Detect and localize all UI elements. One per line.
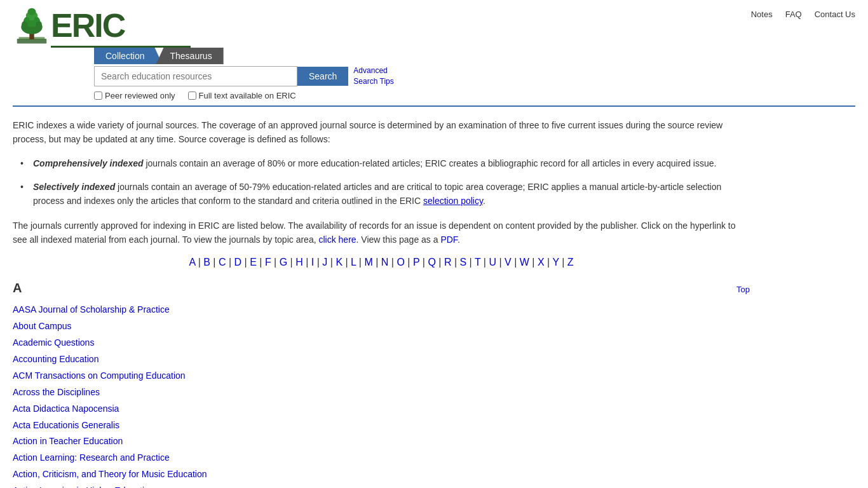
search-button[interactable]: Search <box>297 67 348 86</box>
alpha-link-q[interactable]: Q <box>428 257 435 268</box>
alpha-separator: | <box>419 257 428 268</box>
alpha-separator: | <box>559 257 567 268</box>
list-item: Academic Questions <box>13 335 750 351</box>
alpha-separator: | <box>405 257 413 268</box>
alpha-separator: | <box>257 257 265 268</box>
eric-wordmark: ERIC <box>51 7 125 44</box>
alpha-separator: | <box>241 257 250 268</box>
eric-tree-icon <box>13 6 51 48</box>
journal-link[interactable]: Accounting Education <box>13 354 98 364</box>
selection-policy-link[interactable]: selection policy <box>423 196 483 206</box>
alpha-link-f[interactable]: F <box>265 257 271 268</box>
alpha-separator: | <box>512 257 520 268</box>
list-item: Across the Disciplines <box>13 384 750 401</box>
list-item: Acta Educationis Generalis <box>13 417 750 434</box>
alpha-link-d[interactable]: D <box>234 257 242 268</box>
svg-point-9 <box>25 17 29 22</box>
alpha-link-p[interactable]: P <box>413 257 419 268</box>
filter-row: Peer reviewed only Full text available o… <box>94 91 855 100</box>
alphabet-navigation: A | B | C | D | E | F | G | H | I | J | … <box>13 257 750 268</box>
alpha-link-x[interactable]: X <box>538 257 545 268</box>
alpha-link-a[interactable]: A <box>189 257 195 268</box>
alpha-link-m[interactable]: M <box>364 257 372 268</box>
alpha-link-r[interactable]: R <box>444 257 452 268</box>
alpha-separator: | <box>271 257 280 268</box>
peer-reviewed-filter[interactable]: Peer reviewed only <box>94 91 175 100</box>
list-item: Action, Criticism, and Theory for Music … <box>13 466 750 483</box>
alpha-separator: | <box>388 257 397 268</box>
journals-intro-paragraph: The journals currently approved for inde… <box>13 219 750 247</box>
alpha-separator: | <box>314 257 322 268</box>
alpha-link-u[interactable]: U <box>489 257 496 268</box>
full-text-checkbox[interactable] <box>188 92 196 100</box>
contact-link[interactable]: Contact Us <box>815 10 855 19</box>
peer-reviewed-checkbox[interactable] <box>94 92 102 100</box>
alpha-link-k[interactable]: K <box>336 257 342 268</box>
alpha-link-s[interactable]: S <box>459 257 466 268</box>
journal-link[interactable]: AASA Journal of Scholarship & Practice <box>13 304 170 315</box>
alpha-link-n[interactable]: N <box>381 257 389 268</box>
svg-point-8 <box>36 21 42 27</box>
full-text-filter[interactable]: Full text available on ERIC <box>188 91 296 100</box>
journal-link[interactable]: Across the Disciplines <box>13 387 100 397</box>
tab-thesaurus[interactable]: Thesaurus <box>156 48 223 64</box>
svg-point-10 <box>34 17 39 22</box>
advanced-search-link[interactable]: Advanced <box>353 65 393 76</box>
alpha-separator: | <box>226 257 234 268</box>
alpha-separator: | <box>327 257 336 268</box>
alpha-separator: | <box>496 257 505 268</box>
alpha-link-b[interactable]: B <box>203 257 210 268</box>
list-item: ACM Transactions on Computing Education <box>13 368 750 384</box>
journal-link[interactable]: Action in Teacher Education <box>13 436 123 446</box>
journal-link[interactable]: ACM Transactions on Computing Education <box>13 370 186 381</box>
journal-link[interactable]: Action Learning: Research and Practice <box>13 452 170 463</box>
tab-collection[interactable]: Collection <box>94 48 162 64</box>
notes-link[interactable]: Notes <box>751 10 773 19</box>
selectively-indexed-item: Selectively indexed journals contain an … <box>25 180 750 208</box>
alpha-link-o[interactable]: O <box>397 257 404 268</box>
journal-link[interactable]: About Campus <box>13 321 72 331</box>
alpha-separator: | <box>480 257 489 268</box>
svg-point-7 <box>22 21 27 27</box>
faq-link[interactable]: FAQ <box>785 10 802 19</box>
alpha-separator: | <box>356 257 364 268</box>
list-item: AASA Journal of Scholarship & Practice <box>13 302 750 318</box>
alpha-link-h[interactable]: H <box>295 257 303 268</box>
journal-link[interactable]: Academic Questions <box>13 337 94 348</box>
alpha-link-w[interactable]: W <box>520 257 529 268</box>
list-item: Acta Didactica Napocensia <box>13 401 750 417</box>
list-item: Accounting Education <box>13 351 750 368</box>
alpha-separator: | <box>451 257 459 268</box>
list-item: Active Learning in Higher Education <box>13 483 750 488</box>
coverage-list: Comprehensively indexed journals contain… <box>25 156 750 208</box>
alpha-separator: | <box>373 257 381 268</box>
journal-link[interactable]: Action, Criticism, and Theory for Music … <box>13 469 207 479</box>
search-input[interactable] <box>94 66 297 86</box>
list-item: Action in Teacher Education <box>13 433 750 450</box>
alpha-link-c[interactable]: C <box>219 257 226 268</box>
alpha-link-z[interactable]: Z <box>567 257 574 268</box>
alpha-link-y[interactable]: Y <box>552 257 559 268</box>
header-divider <box>13 105 855 107</box>
logo: ERIC <box>13 6 191 48</box>
list-item: Action Learning: Research and Practice <box>13 450 750 466</box>
click-here-link[interactable]: click here <box>318 234 356 245</box>
search-tips-link[interactable]: Search Tips <box>353 76 393 87</box>
journal-link[interactable]: Acta Didactica Napocensia <box>13 403 119 414</box>
journal-link[interactable]: Active Learning in Higher Education <box>13 485 154 488</box>
alpha-separator: | <box>342 257 351 268</box>
alpha-separator: | <box>545 257 553 268</box>
pdf-link[interactable]: PDF <box>440 234 457 245</box>
alpha-separator: | <box>529 257 538 268</box>
advanced-search-links: Advanced Search Tips <box>353 65 393 87</box>
top-link[interactable]: Top <box>736 285 750 294</box>
journal-link[interactable]: Acta Educationis Generalis <box>13 420 119 430</box>
alpha-link-e[interactable]: E <box>250 257 257 268</box>
section-a-heading: A <box>13 281 22 295</box>
alpha-link-t[interactable]: T <box>475 257 480 268</box>
alpha-link-v[interactable]: V <box>505 257 512 268</box>
section-a-header: A Top <box>13 281 750 295</box>
alpha-link-g[interactable]: G <box>280 257 287 268</box>
alpha-separator: | <box>436 257 444 268</box>
alpha-separator: | <box>287 257 295 268</box>
